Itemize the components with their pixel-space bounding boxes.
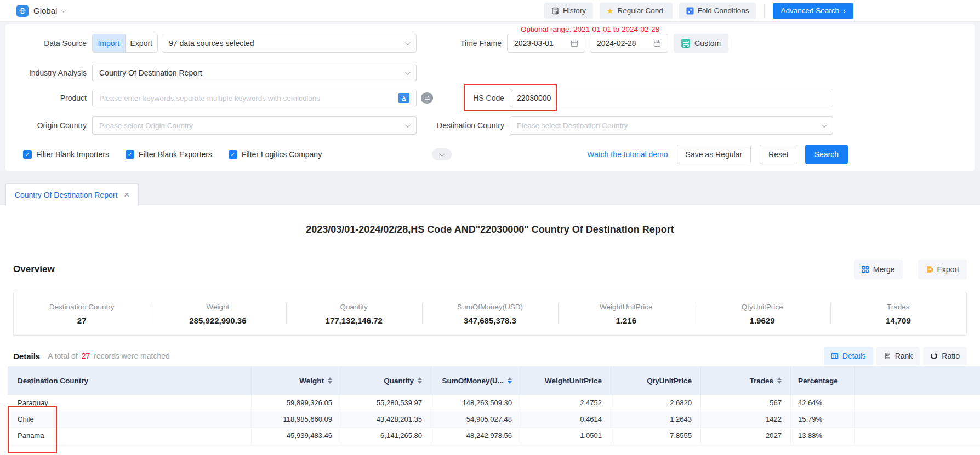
start-date-input[interactable]: 2023-03-01 bbox=[507, 34, 585, 53]
column-label: Quantity bbox=[384, 377, 414, 385]
tutorial-link[interactable]: Watch the tutorial demo bbox=[587, 150, 668, 159]
import-export-toggle: Import Export bbox=[92, 34, 158, 53]
cell-weight: 45,939,483.46 bbox=[252, 428, 341, 444]
view-ratio-button[interactable]: Ratio bbox=[923, 347, 967, 365]
regular-cond-button[interactable]: ★ Regular Cond. bbox=[600, 3, 673, 19]
product-hscode-row: Product A HS Code bbox=[5, 89, 975, 107]
chevron-down-icon bbox=[405, 40, 411, 45]
rank-icon bbox=[884, 352, 891, 360]
cell-percentage: 15.79% bbox=[791, 411, 855, 427]
cell-qtyunitprice: 1.2643 bbox=[611, 411, 701, 427]
view-ratio-label: Ratio bbox=[942, 352, 960, 360]
filter-checkbox-filter-blank-exporters[interactable]: ✓ Filter Blank Exporters bbox=[126, 150, 212, 159]
filter-checkbox-label: Filter Blank Exporters bbox=[139, 150, 212, 159]
overview-stat-weight: Weight 285,922,990.36 bbox=[150, 292, 286, 335]
stat-value: 285,922,990.36 bbox=[189, 316, 246, 325]
import-tab[interactable]: Import bbox=[93, 34, 125, 52]
cell-trades: 567 bbox=[701, 395, 791, 411]
form-actions: Watch the tutorial demo Save as Regular … bbox=[587, 145, 975, 164]
region-selector[interactable]: Global bbox=[16, 5, 65, 17]
history-icon bbox=[551, 7, 559, 15]
tab-country-of-destination-report[interactable]: Country Of Destination Report × bbox=[5, 183, 139, 205]
country-row: Origin Country Please select Origin Coun… bbox=[5, 116, 975, 135]
column-label: Weight bbox=[299, 377, 324, 385]
details-heading: Details bbox=[13, 352, 40, 361]
product-input[interactable] bbox=[99, 94, 398, 102]
cell-sumofmoney-u: 48,242,978.56 bbox=[431, 428, 521, 444]
search-form-panel: Optional range: 2021-01-01 to 2024-02-28… bbox=[5, 24, 975, 171]
column-header-quantity[interactable]: Quantity bbox=[341, 366, 431, 395]
export-label: Export bbox=[937, 265, 959, 274]
table-row-paraguay[interactable]: Paraguay59,899,326.0555,280,539.97148,26… bbox=[8, 395, 980, 411]
fold-conditions-label: Fold Conditions bbox=[698, 7, 749, 15]
column-header-trades[interactable]: Trades bbox=[701, 366, 791, 395]
tab-label: Country Of Destination Report bbox=[15, 191, 118, 199]
details-header: Details A total of27records were matched… bbox=[0, 345, 980, 366]
column-header-sumofmoney-u[interactable]: SumOfMoney(U... bbox=[431, 366, 521, 395]
table-row-chile[interactable]: Chile118,985,660.0943,428,201.3554,905,0… bbox=[8, 411, 980, 428]
table-row-panama[interactable]: Panama45,939,483.466,141,265.8048,242,97… bbox=[8, 428, 980, 444]
end-date-input[interactable]: 2024-02-28 bbox=[590, 34, 668, 53]
cell-weightunitprice: 0.4614 bbox=[521, 411, 611, 427]
sort-icon[interactable] bbox=[418, 377, 422, 384]
cell-weight: 118,985,660.09 bbox=[252, 411, 341, 427]
filter-checkbox-label: Filter Logitics Company bbox=[242, 150, 322, 159]
cell-weightunitprice: 1.0501 bbox=[521, 428, 611, 444]
filter-checkbox-filter-blank-importers[interactable]: ✓ Filter Blank Importers bbox=[23, 150, 109, 159]
history-button[interactable]: History bbox=[544, 3, 593, 19]
optional-range-hint: Optional range: 2021-01-01 to 2024-02-28 bbox=[521, 25, 659, 33]
cell-qtyunitprice: 2.6820 bbox=[611, 395, 701, 411]
sort-desc-icon bbox=[508, 381, 512, 384]
close-icon[interactable]: × bbox=[124, 190, 129, 199]
export-tab[interactable]: Export bbox=[125, 34, 158, 52]
merge-button[interactable]: Merge bbox=[854, 260, 903, 279]
cell-sumofmoney-u: 148,263,509.30 bbox=[431, 395, 521, 411]
chevron-down-icon bbox=[405, 122, 411, 128]
donut-chart-icon bbox=[930, 352, 938, 360]
time-frame-label: Time Frame bbox=[417, 39, 507, 48]
cell-trades: 1422 bbox=[701, 411, 791, 427]
stat-label: Trades bbox=[887, 303, 910, 311]
fold-icon bbox=[686, 7, 694, 15]
view-rank-button[interactable]: Rank bbox=[876, 347, 920, 365]
export-button[interactable]: Export bbox=[918, 260, 967, 279]
sort-icon[interactable] bbox=[328, 377, 332, 384]
custom-range-button[interactable]: Custom bbox=[674, 34, 728, 53]
translate-icon[interactable]: A bbox=[398, 93, 409, 103]
search-button[interactable]: Search bbox=[805, 145, 848, 164]
advanced-search-button[interactable]: Advanced Search › bbox=[773, 3, 853, 19]
destination-country-select[interactable]: Please select Destination Country bbox=[510, 116, 833, 135]
origin-country-select[interactable]: Please select Origin Country bbox=[92, 116, 417, 135]
page: { "topbar": { "region_label": "Global", … bbox=[0, 0, 980, 455]
fold-conditions-button[interactable]: Fold Conditions bbox=[679, 3, 756, 19]
match-count: 27 bbox=[82, 352, 90, 360]
view-switcher: Details Rank Ratio bbox=[821, 347, 967, 365]
stat-label: Quantity bbox=[340, 303, 368, 311]
merge-icon bbox=[862, 266, 869, 273]
origin-country-placeholder: Please select Origin Country bbox=[99, 122, 193, 130]
checkbox-checked-icon: ✓ bbox=[229, 150, 237, 159]
cell-qtyunitprice: 7.8555 bbox=[611, 428, 701, 444]
view-details-button[interactable]: Details bbox=[824, 347, 873, 365]
industry-analysis-select[interactable]: Country Of Destination Report bbox=[92, 64, 417, 82]
column-header-qtyunitprice: QtyUnitPrice bbox=[611, 366, 701, 395]
match-prefix: A total of bbox=[48, 352, 77, 360]
data-sources-select[interactable]: 97 data sources selected bbox=[162, 34, 417, 53]
stat-value: 1.9629 bbox=[750, 316, 775, 325]
hs-code-input[interactable] bbox=[517, 94, 826, 102]
overview-heading: Overview bbox=[13, 264, 55, 275]
expand-conditions-toggle[interactable] bbox=[432, 148, 452, 160]
filter-checkbox-filter-logitics-company[interactable]: ✓ Filter Logitics Company bbox=[229, 150, 322, 159]
sort-asc-icon bbox=[508, 377, 512, 380]
sort-icon[interactable] bbox=[777, 377, 782, 384]
sort-icon[interactable] bbox=[508, 377, 512, 384]
overview-stat-weightunitprice: WeightUnitPrice 1.216 bbox=[558, 292, 694, 335]
convert-icon[interactable] bbox=[421, 92, 433, 104]
reset-button[interactable]: Reset bbox=[760, 145, 797, 164]
topbar-actions: History ★ Regular Cond. Fold Conditions … bbox=[538, 3, 853, 19]
data-source-label: Data Source bbox=[5, 39, 92, 48]
data-source-row: Data Source Import Export 97 data source… bbox=[5, 34, 975, 53]
column-header-weight[interactable]: Weight bbox=[252, 366, 341, 395]
save-as-regular-button[interactable]: Save as Regular bbox=[677, 145, 751, 164]
hs-code-input-wrap bbox=[510, 89, 833, 107]
